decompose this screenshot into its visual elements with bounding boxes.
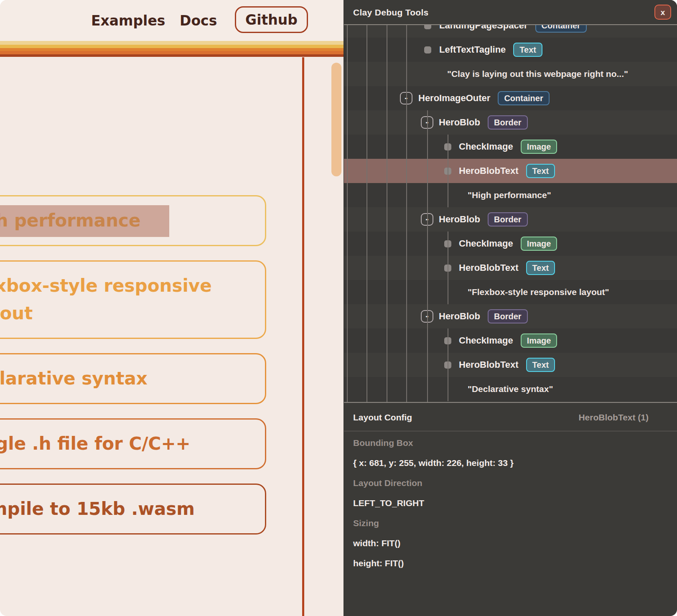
tree-element-row[interactable]: LandingPageSpacerContainer (344, 25, 677, 38)
tree-element-row[interactable]: CheckImageImage (344, 328, 677, 353)
indent-spacer (344, 122, 421, 123)
element-type-badge: Text (526, 358, 555, 372)
config-property-label: Bounding Box (353, 433, 662, 453)
top-navigation: Examples Docs Github (0, 0, 344, 41)
element-type-badge: Container (498, 91, 549, 105)
tree-indent-guide (387, 25, 387, 427)
indent-spacer (344, 147, 444, 147)
element-name: LandingPageSpacer (439, 25, 528, 31)
config-property-label: Sizing (353, 513, 662, 533)
element-name: LeftTextTagline (439, 44, 506, 55)
layout-config-header: Layout Config HeroBlobText (1) (344, 402, 677, 431)
tree-indent-guide (448, 135, 448, 207)
screenshot-root: Examples Docs Github igh performancelexb… (0, 0, 677, 616)
element-type-badge: Text (526, 164, 555, 178)
hero-blob-text: ingle .h file for C/C++ (0, 430, 265, 458)
element-type-badge: Border (488, 212, 528, 227)
stripe-band (0, 41, 344, 45)
stripe-band (0, 48, 344, 51)
tree-element-row[interactable]: HeroBlobTextText (344, 159, 677, 183)
tree-leaf-bullet-icon (424, 46, 431, 53)
tree-indent-guide (448, 328, 448, 401)
hero-blob-2: eclarative syntax (0, 353, 266, 404)
close-icon: x (661, 8, 665, 16)
tree-text-preview-row: "Clay is laying out this webpage right n… (344, 62, 677, 86)
element-name: HeroBlob (439, 214, 480, 225)
config-property-value: width: FIT() (353, 533, 662, 553)
indent-spacer (344, 316, 421, 317)
element-name: HeroBlobText (459, 165, 519, 176)
element-type-badge: Text (513, 43, 542, 57)
hero-blob-text: lexbox-style responsive (0, 272, 265, 300)
indent-spacer (344, 98, 400, 99)
tree-element-row[interactable]: -HeroImageOuterContainer (344, 86, 677, 110)
selected-element-name: HeroBlobText (1) (578, 403, 649, 432)
tree-element-row[interactable]: HeroBlobTextText (344, 256, 677, 280)
indent-spacer (344, 74, 447, 74)
indent-spacer (344, 50, 424, 50)
tree-element-row[interactable]: -HeroBlobBorder (344, 207, 677, 232)
element-type-badge: Container (535, 25, 587, 33)
debug-panel-header: Clay Debug Tools x (344, 0, 677, 25)
element-type-badge: Image (521, 140, 557, 154)
layout-config-title: Layout Config (353, 403, 412, 432)
hero-blob-3: ingle .h file for C/C++ (0, 418, 266, 469)
tree-element-row[interactable]: HeroBlobTextText (344, 353, 677, 377)
element-name: CheckImage (459, 335, 513, 346)
stripe-band (0, 54, 344, 57)
element-name: HeroBlob (439, 311, 480, 322)
element-name: HeroBlob (439, 117, 480, 128)
hero-blob-4: ompile to 15kb .wasm (0, 484, 266, 535)
indent-spacer (344, 341, 444, 341)
stripe-band (0, 51, 344, 54)
nav-link-docs[interactable]: Docs (180, 0, 217, 41)
hero-blob-1: lexbox-style responsiveayout (0, 260, 266, 339)
element-name: HeroBlobText (459, 262, 519, 273)
clay-debug-tools-panel: LandingPageSpacerContainerLeftTextTaglin… (344, 0, 677, 616)
element-name: CheckImage (459, 141, 513, 152)
nav-link-examples[interactable]: Examples (91, 0, 165, 41)
element-type-badge: Border (488, 115, 528, 130)
indent-spacer (344, 171, 444, 171)
element-type-badge: Image (521, 333, 557, 348)
config-property-value: LEFT_TO_RIGHT (353, 493, 662, 513)
tree-element-row[interactable]: CheckImageImage (344, 232, 677, 256)
tree-element-row[interactable]: CheckImageImage (344, 135, 677, 159)
close-button[interactable]: x (654, 5, 671, 20)
hero-blob-text: ayout (0, 300, 265, 327)
tree-indent-guide (448, 232, 448, 304)
tree-text-preview-row: "Declarative syntax" (344, 377, 677, 401)
element-type-badge: Border (488, 309, 528, 323)
element-name: HeroBlobText (459, 359, 519, 370)
element-text-content: "Declarative syntax" (468, 384, 553, 394)
tree-indent-guide (347, 25, 348, 427)
element-text-content: "Flexbox-style responsive layout" (468, 287, 609, 297)
config-property-value: height: FIT() (353, 553, 662, 573)
config-property-label: Layout Direction (353, 473, 662, 493)
indent-spacer (344, 292, 468, 293)
github-button[interactable]: Github (235, 6, 308, 33)
element-name: HeroImageOuter (418, 93, 490, 104)
indent-spacer (344, 244, 444, 244)
element-text-content: "Clay is laying out this webpage right n… (447, 69, 628, 79)
indent-spacer (344, 268, 444, 268)
tree-text-preview-row: "Flexbox-style responsive layout" (344, 280, 677, 304)
tree-element-row[interactable]: -HeroBlobBorder (344, 110, 677, 135)
element-name: CheckImage (459, 238, 513, 249)
stripe-band (0, 45, 344, 48)
element-text-content: "High performance" (468, 190, 551, 200)
tree-element-row[interactable]: -HeroBlobBorder (344, 304, 677, 328)
page-scrollbar-thumb[interactable] (331, 63, 341, 176)
brand-gradient-stripe (0, 41, 344, 57)
tree-indent-guide (406, 25, 407, 427)
indent-spacer (344, 365, 444, 365)
tree-indent-guide (427, 110, 428, 427)
tree-indent-guide (366, 25, 367, 427)
debug-panel-title: Clay Debug Tools (353, 0, 429, 25)
tree-text-preview-row: "High performance" (344, 183, 677, 207)
hero-blob-text: ompile to 15kb .wasm (0, 495, 265, 523)
hero-blob-text: eclarative syntax (0, 365, 265, 392)
element-type-badge: Text (526, 261, 555, 275)
clay-website-page: Examples Docs Github igh performancelexb… (0, 0, 344, 616)
tree-element-row[interactable]: LeftTextTaglineText (344, 38, 677, 62)
